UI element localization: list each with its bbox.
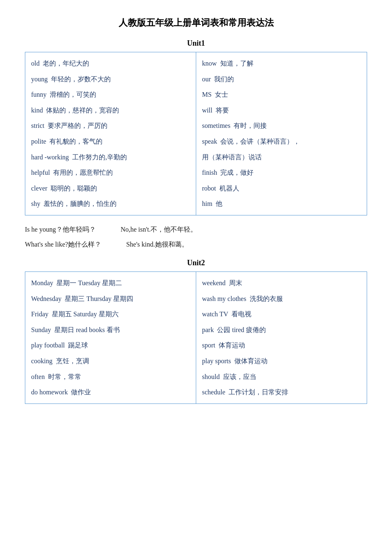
vocab-row: hard -working 工作努力的,辛勤的 (31, 149, 190, 165)
vocab-row: Friday 星期五 Saturday 星期六 (31, 306, 190, 322)
unit1-col1: old 老的，年纪大的young 年轻的，岁数不大的funny 滑稽的，可笑的k… (25, 52, 196, 215)
vocab-row: sometimes 有时，间接 (202, 118, 361, 134)
vocab-row: 用（某种语言）说话 (202, 149, 361, 165)
vocab-row: kind 体贴的，慈祥的，宽容的 (31, 103, 190, 118)
vocab-row: play football 踢足球 (31, 337, 190, 353)
vocab-row: should 应该，应当 (202, 369, 361, 385)
page-title: 人教版五年级上册单词表和常用表达法 (25, 17, 367, 29)
sentence-line: Is he young？他年轻吗？No,he isn't.不，他不年轻。 (25, 223, 367, 236)
vocab-row: Monday 星期一 Tuesday 星期二 (31, 275, 190, 291)
unit2-vocab-table: Monday 星期一 Tuesday 星期二Wednesday 星期三 Thur… (25, 271, 367, 404)
unit1-sentences: Is he young？他年轻吗？No,he isn't.不，他不年轻。What… (25, 223, 367, 251)
vocab-row: robot 机器人 (202, 181, 361, 196)
vocab-row: helpful 有用的，愿意帮忙的 (31, 165, 190, 181)
vocab-row: schedule 工作计划，日常安排 (202, 384, 361, 400)
vocab-row: polite 有礼貌的，客气的 (31, 134, 190, 149)
vocab-row: our 我们的 (202, 71, 361, 87)
vocab-row: wash my clothes 洗我的衣服 (202, 291, 361, 307)
vocab-row: know 知道，了解 (202, 56, 361, 71)
vocab-row: shy 羞怯的，腼腆的，怕生的 (31, 196, 190, 212)
vocab-row: young 年轻的，岁数不大的 (31, 71, 190, 87)
vocab-row: watch TV 看电视 (202, 306, 361, 322)
sentence-line: What's she like?她什么样？She's kind.她很和蔼。 (25, 238, 367, 251)
vocab-row: strict 要求严格的，严厉的 (31, 118, 190, 134)
unit2-col2: weekend 周末wash my clothes 洗我的衣服watch TV … (196, 272, 367, 403)
vocab-row: him 他 (202, 196, 361, 212)
vocab-row: sport 体育运动 (202, 337, 361, 353)
unit1-col2: know 知道，了解our 我们的MS 女士will 将要sometimes 有… (196, 52, 367, 215)
unit2-title: Unit2 (25, 259, 367, 267)
vocab-row: often 时常，常常 (31, 369, 190, 385)
vocab-row: weekend 周末 (202, 275, 361, 291)
unit1-vocab-table: old 老的，年纪大的young 年轻的，岁数不大的funny 滑稽的，可笑的k… (25, 52, 367, 215)
vocab-row: do homework 做作业 (31, 384, 190, 400)
vocab-row: play sports 做体育运动 (202, 353, 361, 369)
vocab-row: MS 女士 (202, 87, 361, 103)
vocab-row: park 公园 tired 疲倦的 (202, 322, 361, 338)
unit1-title: Unit1 (25, 39, 367, 48)
vocab-row: clever 聪明的，聪颖的 (31, 181, 190, 196)
vocab-row: Wednesday 星期三 Thursday 星期四 (31, 291, 190, 307)
unit2-col1: Monday 星期一 Tuesday 星期二Wednesday 星期三 Thur… (25, 272, 196, 403)
vocab-row: old 老的，年纪大的 (31, 56, 190, 71)
vocab-row: speak 会说，会讲（某种语言）， (202, 134, 361, 149)
vocab-row: cooking 烹饪，烹调 (31, 353, 190, 369)
vocab-row: will 将要 (202, 103, 361, 118)
vocab-row: finish 完成，做好 (202, 165, 361, 181)
vocab-row: Sunday 星期日 read books 看书 (31, 322, 190, 338)
vocab-row: funny 滑稽的，可笑的 (31, 87, 190, 103)
